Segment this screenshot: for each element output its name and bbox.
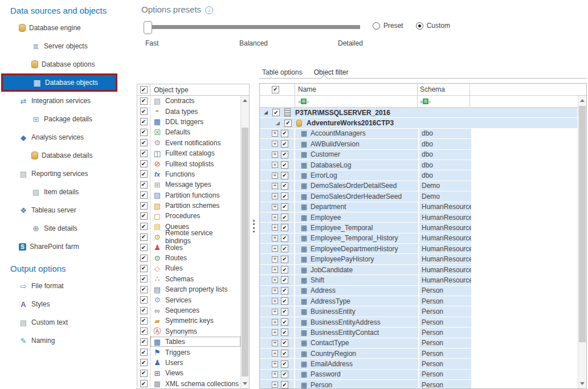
table-row[interactable]: + ✔ ▦ BusinessEntity Person <box>260 306 586 317</box>
object-type-row[interactable]: ✔ ☒ Defaults <box>137 127 240 137</box>
table-checkbox[interactable]: ✔ <box>281 224 288 231</box>
sidebar-item[interactable]: ✎ Naming <box>0 331 116 350</box>
select-all-objects-checkbox[interactable]: ✔ <box>272 86 279 93</box>
table-row[interactable]: + ✔ ▦ Employee_Temporal_History HumanRes… <box>260 234 586 244</box>
expand-plus-icon[interactable]: + <box>272 151 278 158</box>
expand-plus-icon[interactable]: + <box>272 245 278 252</box>
scrollbar-thumb[interactable] <box>242 128 248 376</box>
object-type-row[interactable]: ✔ ◫ Fulltext catalogs <box>137 148 240 158</box>
expand-plus-icon[interactable]: + <box>272 183 278 189</box>
object-type-checkbox[interactable]: ✔ <box>140 108 148 115</box>
object-tree-scrollbar[interactable] <box>578 96 586 388</box>
sidebar-item[interactable]: Database details <box>0 146 116 165</box>
table-checkbox[interactable]: ✔ <box>281 318 288 326</box>
object-type-row[interactable]: ✔ ▦ DDL triggers <box>137 117 240 127</box>
table-checkbox[interactable]: ✔ <box>281 203 288 211</box>
object-type-checkbox[interactable]: ✔ <box>140 234 148 241</box>
object-type-row[interactable]: ✔ ⚙ Routes <box>137 253 240 263</box>
object-type-row[interactable]: ✔ ⚙ Services <box>137 294 240 305</box>
object-type-row[interactable]: ✔ ▰ Symmetric keys <box>137 316 240 326</box>
object-type-checkbox[interactable]: ✔ <box>140 150 148 157</box>
table-checkbox[interactable]: ✔ <box>281 266 288 273</box>
table-checkbox[interactable]: ✔ <box>281 297 288 305</box>
sidebar-item[interactable]: ⇨ File format <box>0 277 116 295</box>
table-row[interactable]: + ✔ ▦ CountryRegion Person <box>260 349 586 359</box>
expand-plus-icon[interactable]: + <box>272 224 278 231</box>
expand-plus-icon[interactable]: + <box>272 350 278 357</box>
object-type-row[interactable]: ✔ ♟ Users <box>137 358 240 368</box>
object-type-checkbox[interactable]: ✔ <box>140 265 148 272</box>
sidebar-item[interactable]: ▤ Custom text <box>0 313 116 331</box>
table-row[interactable]: + ✔ ▦ Person Person <box>260 380 586 388</box>
table-checkbox[interactable]: ✔ <box>281 350 288 357</box>
object-type-checkbox[interactable]: ✔ <box>140 223 148 230</box>
sidebar-item[interactable]: A Styles <box>0 295 116 313</box>
object-type-row[interactable]: ✔ ▢ Procedures <box>137 211 240 221</box>
object-type-checkbox[interactable]: ✔ <box>140 244 148 251</box>
table-checkbox[interactable]: ✔ <box>281 182 288 190</box>
table-row[interactable]: + ✔ ▦ EmployeeDepartmentHistory HumanRes… <box>260 244 586 254</box>
table-checkbox[interactable]: ✔ <box>281 361 288 368</box>
object-type-checkbox[interactable]: ✔ <box>140 286 148 293</box>
table-checkbox[interactable]: ✔ <box>281 245 288 252</box>
table-row[interactable]: + ✔ ▦ Employee_Temporal HumanResources <box>260 223 586 233</box>
object-type-row[interactable]: ✔ ♟ Roles <box>137 242 240 252</box>
expand-plus-icon[interactable]: + <box>272 214 278 220</box>
expand-plus-icon[interactable]: + <box>272 235 278 241</box>
database-checkbox[interactable]: ✔ <box>284 120 292 127</box>
object-type-checkbox[interactable]: ✔ <box>140 380 148 387</box>
table-checkbox[interactable]: ✔ <box>281 329 288 336</box>
sidebar-item[interactable]: ◆ Analysis services <box>0 128 116 146</box>
table-checkbox[interactable]: ✔ <box>281 256 288 263</box>
expand-plus-icon[interactable]: + <box>272 319 278 325</box>
sidebar-item[interactable]: ⇄ Integration services <box>0 92 116 110</box>
table-row[interactable]: + ✔ ▦ Password Person <box>260 370 586 380</box>
name-filter-abc-icon[interactable]: aBc <box>298 99 309 104</box>
table-checkbox[interactable]: ✔ <box>281 130 288 137</box>
scroll-down-icon[interactable] <box>580 382 585 385</box>
table-checkbox[interactable]: ✔ <box>281 161 288 169</box>
object-type-checkbox[interactable]: ✔ <box>140 170 148 178</box>
table-checkbox[interactable]: ✔ <box>281 381 288 388</box>
scroll-down-icon[interactable] <box>243 382 247 385</box>
object-type-scrollbar[interactable] <box>240 96 249 388</box>
object-type-row[interactable]: ✔ ▧ Partition schemes <box>137 200 240 211</box>
sidebar-item[interactable]: ⊕ Site details <box>0 219 116 238</box>
object-type-checkbox[interactable]: ✔ <box>140 191 148 199</box>
presets-slider-track[interactable] <box>147 25 360 29</box>
object-type-checkbox[interactable]: ✔ <box>140 160 148 167</box>
expand-plus-icon[interactable]: + <box>272 277 278 283</box>
table-row[interactable]: + ✔ ▦ AddressType Person <box>260 296 586 306</box>
scrollbar-thumb[interactable] <box>579 106 586 342</box>
table-row[interactable]: + ✔ ▦ JobCandidate HumanResources <box>260 265 586 275</box>
table-row[interactable]: + ✔ ▦ Shift HumanResources <box>260 275 586 285</box>
object-type-checkbox[interactable]: ✔ <box>140 97 148 105</box>
object-type-row[interactable]: ✔ ▩ XML schema collections <box>137 379 240 388</box>
select-all-object-types-checkbox[interactable]: ✔ <box>140 86 148 93</box>
table-checkbox[interactable]: ✔ <box>281 140 288 148</box>
object-type-row[interactable]: ✔ ⊞ Message types <box>137 179 240 190</box>
expand-plus-icon[interactable]: + <box>272 193 278 199</box>
expand-plus-icon[interactable]: + <box>272 288 278 294</box>
expand-plus-icon[interactable]: + <box>272 141 278 147</box>
sidebar-item[interactable]: ❖ Tableau server <box>0 201 116 219</box>
table-row[interactable]: + ✔ ▦ DemoSalesOrderDetailSeed Demo <box>260 181 586 191</box>
expand-plus-icon[interactable]: + <box>272 329 278 335</box>
object-type-checkbox[interactable]: ✔ <box>140 275 148 282</box>
object-type-checkbox[interactable]: ✔ <box>140 349 148 356</box>
radio-option[interactable]: Preset <box>373 22 403 30</box>
schema-column-header[interactable]: Schema <box>418 84 470 95</box>
object-type-row[interactable]: ✔ ▤ Search property lists <box>137 284 240 294</box>
expand-plus-icon[interactable]: + <box>272 173 278 179</box>
sidebar-item[interactable]: ⊞ Package details <box>0 110 116 128</box>
expand-plus-icon[interactable]: + <box>272 162 278 168</box>
panel-splitter-handle[interactable] <box>253 220 255 232</box>
radio-option[interactable]: Custom <box>416 22 450 30</box>
sidebar-item[interactable]: Database engine <box>0 19 116 37</box>
object-type-row[interactable]: ✔ fx Functions <box>137 169 240 179</box>
object-type-row[interactable]: ✔ ⚙ Remote service bindings <box>137 232 240 242</box>
table-row[interactable]: + ✔ ▦ ErrorLog dbo <box>260 170 586 181</box>
radio-circle-icon[interactable] <box>416 22 423 30</box>
table-row[interactable]: + ✔ ▦ EmployeePayHistory HumanResources <box>260 254 586 264</box>
object-type-row[interactable]: ✔ ⊞ Views <box>137 368 240 378</box>
